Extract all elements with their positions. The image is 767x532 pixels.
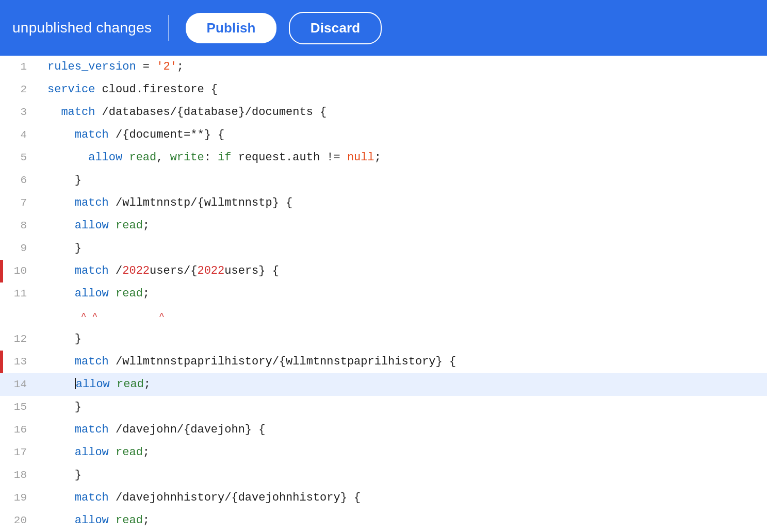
code-line: 4 match /{document=**} { [0,124,767,146]
line-number: 19 [0,487,41,509]
line-number: 8 [0,214,41,237]
line-number: 4 [0,124,41,146]
line-content: } [41,169,767,192]
code-line: 12 } [0,328,767,351]
line-content: } [41,328,767,351]
error-carets: ^ ^ ^ [41,305,767,328]
line-number: 15 [0,396,41,419]
code-line: 5 allow read, write: if request.auth != … [0,146,767,169]
line-number: 18 [0,464,41,487]
code-line: 19 match /davejohnhistory/{davejohnhisto… [0,487,767,509]
line-content: } [41,464,767,487]
line-number: 11 [0,282,41,305]
line-content: allow read; [41,373,767,396]
code-line: 18 } [0,464,767,487]
code-line: 3 match /databases/{database}/documents … [0,101,767,124]
line-number: 5 [0,146,41,169]
code-line: 10 match /2022users/{2022users} { [0,260,767,282]
line-content: service cloud.firestore { [41,78,767,101]
line-content: match /wllmtnnstp/{wllmtnnstp} { [41,192,767,214]
code-line: 13 match /wllmtnnstpaprilhistory/{wllmtn… [0,351,767,373]
code-line: 1rules_version = '2'; [0,56,767,78]
code-line: 20 allow read; [0,509,767,532]
line-content: allow read; [41,282,767,305]
line-number: 7 [0,192,41,214]
discard-button[interactable]: Discard [289,12,382,44]
publish-button[interactable]: Publish [186,13,276,43]
text-cursor [75,378,76,389]
code-line: 8 allow read; [0,214,767,237]
code-editor[interactable]: 1rules_version = '2';2service cloud.fire… [0,56,767,532]
line-number: 13 [0,351,41,373]
code-line: 9 } [0,237,767,260]
header-bar: unpublished changes Publish Discard [0,0,767,56]
code-lines: 1rules_version = '2';2service cloud.fire… [0,56,767,532]
line-content: match /wllmtnnstpaprilhistory/{wllmtnnst… [41,351,767,373]
line-content: allow read; [41,441,767,464]
code-line: 15 } [0,396,767,419]
code-line: 14 allow read; [0,373,767,396]
code-line: 7 match /wllmtnnstp/{wllmtnnstp} { [0,192,767,214]
line-number: 14 [0,373,41,396]
line-number: 10 [0,260,41,282]
code-line: 16 match /davejohn/{davejohn} { [0,419,767,441]
line-number: 17 [0,441,41,464]
error-caret-line: ^ ^ ^ [0,305,767,328]
line-number: 20 [0,509,41,532]
line-content: } [41,237,767,260]
line-number: 12 [0,328,41,351]
line-number: 2 [0,78,41,101]
code-line: 17 allow read; [0,441,767,464]
line-content: allow read; [41,214,767,237]
line-content: } [41,396,767,419]
line-number: 3 [0,101,41,124]
line-number: 6 [0,169,41,192]
line-number: 9 [0,237,41,260]
line-content: allow read; [41,509,767,532]
line-content: match /2022users/{2022users} { [41,260,767,282]
line-content: match /davejohn/{davejohn} { [41,419,767,441]
line-content: match /davejohnhistory/{davejohnhistory}… [41,487,767,509]
code-line: 11 allow read; [0,282,767,305]
header-divider [168,15,169,41]
line-number: 16 [0,419,41,441]
unpublished-changes-label: unpublished changes [12,20,152,36]
line-content: rules_version = '2'; [41,56,767,78]
line-content: allow read, write: if request.auth != nu… [41,146,767,169]
line-number: 1 [0,56,41,78]
code-line: 2service cloud.firestore { [0,78,767,101]
code-line: 6 } [0,169,767,192]
line-content: match /{document=**} { [41,124,767,146]
line-content: match /databases/{database}/documents { [41,101,767,124]
